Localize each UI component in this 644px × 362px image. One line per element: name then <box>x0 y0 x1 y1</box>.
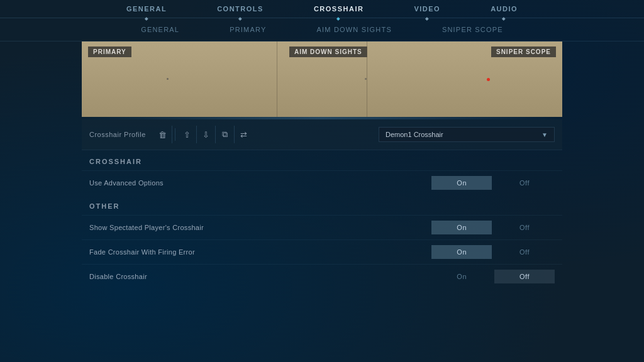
spectated-crosshair-toggle: On Off <box>431 221 555 234</box>
fade-crosshair-label: Fade Crosshair With Firing Error <box>89 248 431 256</box>
sub-nav: GENERAL PRIMARY AIM DOWN SIGHTS SNIPER S… <box>0 18 644 41</box>
sniper-crosshair-dot <box>487 78 490 81</box>
top-nav: GENERAL CONTROLS CROSSHAIR VIDEO AUDIO <box>0 0 644 18</box>
settings-area: CROSSHAIR Use Advanced Options On Off OT… <box>82 150 562 288</box>
fade-on[interactable]: On <box>431 245 492 259</box>
ads-crosshair-dot <box>365 78 367 80</box>
ads-label: AIM DOWN SIGHTS <box>289 47 367 57</box>
nav-video[interactable]: VIDEO <box>414 5 440 18</box>
divider-1 <box>277 41 277 117</box>
sub-nav-sniper[interactable]: SNIPER SCOPE <box>442 25 503 35</box>
copy-button[interactable]: ⧉ <box>216 126 235 143</box>
primary-label: PRIMARY <box>88 47 131 57</box>
advanced-options-toggle: On Off <box>431 176 555 190</box>
nav-general[interactable]: GENERAL <box>126 5 167 18</box>
fade-off[interactable]: Off <box>494 245 555 259</box>
advanced-options-on[interactable]: On <box>431 176 492 190</box>
fade-crosshair-row: Fade Crosshair With Firing Error On Off <box>82 239 562 264</box>
profile-row: Crosshair Profile 🗑 ⇧ ⇩ ⧉ ⇄ Demon1 Cross… <box>82 119 562 150</box>
nav-crosshair[interactable]: CROSSHAIR <box>314 5 364 18</box>
advanced-options-label: Use Advanced Options <box>89 179 431 187</box>
advanced-options-off[interactable]: Off <box>494 176 555 190</box>
profile-label: Crosshair Profile <box>89 131 146 138</box>
profile-dropdown-value: Demon1 Crosshair <box>386 131 443 138</box>
spectated-crosshair-label: Show Spectated Player's Crosshair <box>89 224 431 231</box>
primary-crosshair-dot <box>167 78 169 80</box>
sub-nav-primary[interactable]: PRIMARY <box>230 25 266 35</box>
nav-controls[interactable]: CONTROLS <box>217 5 264 18</box>
crosshair-section-header: CROSSHAIR <box>82 150 562 170</box>
spectated-off[interactable]: Off <box>494 221 555 234</box>
disable-crosshair-row: Disable Crosshair On Off <box>82 264 562 288</box>
spectated-on[interactable]: On <box>431 221 492 234</box>
spectated-crosshair-row: Show Spectated Player's Crosshair On Off <box>82 215 562 239</box>
profile-dropdown[interactable]: Demon1 Crosshair ▼ <box>379 127 555 142</box>
disable-off[interactable]: Off <box>494 270 555 283</box>
upload-button[interactable]: ⇧ <box>178 126 197 143</box>
dropdown-arrow-icon: ▼ <box>541 131 548 138</box>
icon-sep <box>175 128 175 141</box>
main-container: GENERAL CONTROLS CROSSHAIR VIDEO AUDIO G… <box>0 0 644 362</box>
sniper-label: SNIPER SCOPE <box>491 47 556 57</box>
sub-nav-ads[interactable]: AIM DOWN SIGHTS <box>316 25 391 35</box>
advanced-options-row: Use Advanced Options On Off <box>82 170 562 195</box>
disable-crosshair-toggle: On Off <box>431 270 555 283</box>
disable-on[interactable]: On <box>431 270 492 283</box>
download-button[interactable]: ⇩ <box>197 126 216 143</box>
delete-button[interactable]: 🗑 <box>153 126 172 143</box>
disable-crosshair-label: Disable Crosshair <box>89 273 431 280</box>
other-section-header: OTHER <box>82 195 562 215</box>
sub-nav-general[interactable]: GENERAL <box>141 25 179 35</box>
nav-audio[interactable]: AUDIO <box>491 5 518 18</box>
profile-icons: 🗑 ⇧ ⇩ ⧉ ⇄ <box>153 126 253 143</box>
fade-crosshair-toggle: On Off <box>431 245 555 259</box>
crosshair-preview: PRIMARY AIM DOWN SIGHTS SNIPER SCOPE <box>82 41 562 117</box>
divider-2 <box>367 41 367 117</box>
import-button[interactable]: ⇄ <box>235 126 253 143</box>
